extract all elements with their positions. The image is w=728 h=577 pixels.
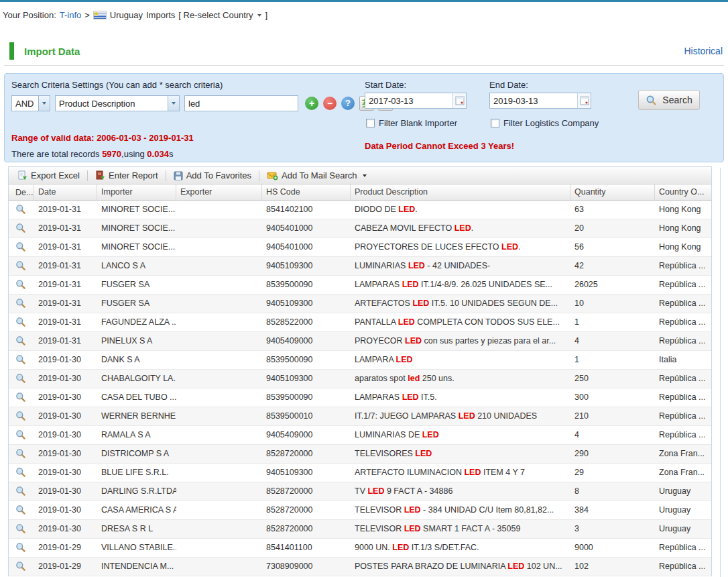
chevron-down-icon[interactable]	[257, 14, 261, 17]
row-hs-code: 8539500090	[262, 351, 351, 369]
row-detail-cell[interactable]	[9, 388, 34, 407]
detail-magnifier-icon[interactable]	[15, 429, 26, 440]
detail-magnifier-icon[interactable]	[15, 373, 26, 384]
col-product-description[interactable]: Product Description	[351, 185, 570, 200]
row-detail-cell[interactable]	[9, 219, 34, 238]
toolbar-separator	[87, 170, 88, 181]
col-importer[interactable]: Importer	[97, 185, 176, 200]
row-detail-cell[interactable]	[9, 520, 34, 538]
row-detail-cell[interactable]	[9, 332, 34, 350]
row-detail-cell[interactable]	[9, 426, 34, 444]
desc-segment: 250 uns.	[420, 374, 454, 383]
enter-report-button[interactable]: Enter Report	[90, 168, 163, 183]
toolbar-separator	[259, 170, 259, 181]
row-hs-code: 9405109300	[262, 295, 351, 313]
detail-magnifier-icon[interactable]	[15, 561, 26, 572]
row-detail-cell[interactable]	[9, 370, 34, 388]
col-date[interactable]: Date	[34, 185, 97, 200]
add-to-favorites-button[interactable]: Add To Favorites	[169, 168, 256, 183]
col-hs-code[interactable]: HS Code	[262, 185, 351, 200]
chevron-down-icon[interactable]	[38, 96, 50, 111]
row-country: República ...	[655, 370, 711, 388]
filter-blank-checkbox[interactable]	[366, 119, 375, 127]
keyword-input[interactable]	[184, 95, 298, 111]
desc-segment: DIODO DE	[355, 205, 398, 214]
breadcrumb: Your Position: T-info > Uruguay Imports …	[0, 2, 728, 22]
row-detail-cell[interactable]	[9, 539, 34, 557]
row-detail-cell[interactable]	[9, 238, 34, 256]
remove-criteria-icon[interactable]: −	[323, 97, 337, 110]
end-date-field[interactable]: 2019-03-13	[489, 93, 591, 109]
desc-segment: LAMPARAS	[355, 392, 402, 402]
start-date-field[interactable]: 2017-03-13	[365, 93, 467, 109]
historical-link[interactable]: Historical	[684, 46, 723, 56]
detail-magnifier-icon[interactable]	[15, 392, 26, 403]
detail-magnifier-icon[interactable]	[15, 279, 26, 290]
operator-select[interactable]: AND	[11, 95, 50, 111]
row-quantity: 20	[570, 219, 655, 238]
detail-magnifier-icon[interactable]	[15, 505, 26, 515]
desc-segment: ITEM 4 Y 7	[481, 468, 525, 477]
detail-magnifier-icon[interactable]	[15, 411, 26, 421]
row-exporter	[176, 276, 262, 294]
col-detail[interactable]: De...	[9, 185, 34, 200]
chevron-down-icon[interactable]	[363, 174, 367, 177]
row-detail-cell[interactable]	[9, 257, 34, 275]
detail-magnifier-icon[interactable]	[15, 542, 26, 553]
breadcrumb-tinfo-link[interactable]: T-info	[60, 10, 82, 20]
row-detail-cell[interactable]	[9, 313, 34, 331]
detail-magnifier-icon[interactable]	[15, 223, 26, 233]
help-icon[interactable]: ?	[341, 97, 355, 110]
row-detail-cell[interactable]	[9, 445, 34, 463]
detail-magnifier-icon[interactable]	[15, 204, 26, 215]
filter-logistics-checkbox[interactable]	[491, 119, 499, 127]
detail-magnifier-icon[interactable]	[15, 467, 26, 478]
detail-magnifier-icon[interactable]	[15, 354, 26, 365]
chevron-down-icon[interactable]	[168, 96, 179, 111]
detail-magnifier-icon[interactable]	[15, 335, 26, 346]
filter-logistics-company[interactable]: Filter Logistics Company	[491, 118, 599, 128]
detail-magnifier-icon[interactable]	[15, 486, 26, 496]
detail-magnifier-icon[interactable]	[15, 242, 26, 252]
row-detail-cell[interactable]	[9, 501, 34, 519]
detail-magnifier-icon[interactable]	[15, 448, 26, 459]
desc-segment: .	[518, 242, 520, 252]
row-detail-cell[interactable]	[9, 464, 34, 482]
calendar-icon[interactable]	[452, 93, 466, 108]
detail-magnifier-icon[interactable]	[15, 317, 26, 327]
export-excel-button[interactable]: Export Excel	[13, 168, 84, 183]
detail-magnifier-icon[interactable]	[15, 260, 26, 271]
row-detail-cell[interactable]	[9, 482, 34, 501]
row-exporter	[176, 388, 262, 407]
row-detail-cell[interactable]	[9, 276, 34, 294]
add-criteria-icon[interactable]: +	[305, 97, 318, 110]
row-detail-cell[interactable]	[9, 201, 34, 219]
row-hs-code: 9405409000	[262, 332, 351, 350]
detail-magnifier-icon[interactable]	[15, 523, 26, 534]
col-country-of-origin[interactable]: Country O...	[655, 185, 711, 200]
search-field-select[interactable]: Product Description	[55, 95, 180, 111]
row-quantity: 102	[570, 558, 655, 576]
row-detail-cell[interactable]	[9, 407, 34, 425]
add-to-mail-search-button[interactable]: Add To Mail Search	[262, 168, 371, 183]
row-date: 2019-01-30	[34, 407, 97, 425]
row-detail-cell[interactable]	[9, 558, 34, 576]
row-country: Hong Kong	[655, 201, 711, 219]
row-hs-code: 9405109300	[262, 257, 351, 275]
row-importer: WERNER BERNHE...	[97, 407, 176, 425]
reselect-country-open[interactable]: [ Re-select Country	[178, 10, 253, 20]
row-exporter	[176, 351, 262, 369]
col-quantity[interactable]: Quantity	[570, 185, 655, 200]
calendar-icon[interactable]	[577, 93, 591, 108]
start-date-value: 2017-03-13	[365, 93, 452, 108]
row-hs-code: 8539500010	[262, 407, 351, 425]
filter-blank-importer[interactable]: Filter Blank Importer	[366, 118, 457, 128]
desc-segment: LAMPARAS	[355, 280, 402, 289]
detail-magnifier-icon[interactable]	[15, 298, 26, 309]
row-detail-cell[interactable]	[9, 295, 34, 313]
search-button[interactable]: Search	[638, 90, 700, 110]
row-detail-cell[interactable]	[9, 351, 34, 369]
period-warning: Data Period Cannot Exceed 3 Years!	[365, 141, 514, 151]
row-country: República ...	[655, 539, 711, 557]
col-exporter[interactable]: Exporter	[176, 185, 262, 200]
